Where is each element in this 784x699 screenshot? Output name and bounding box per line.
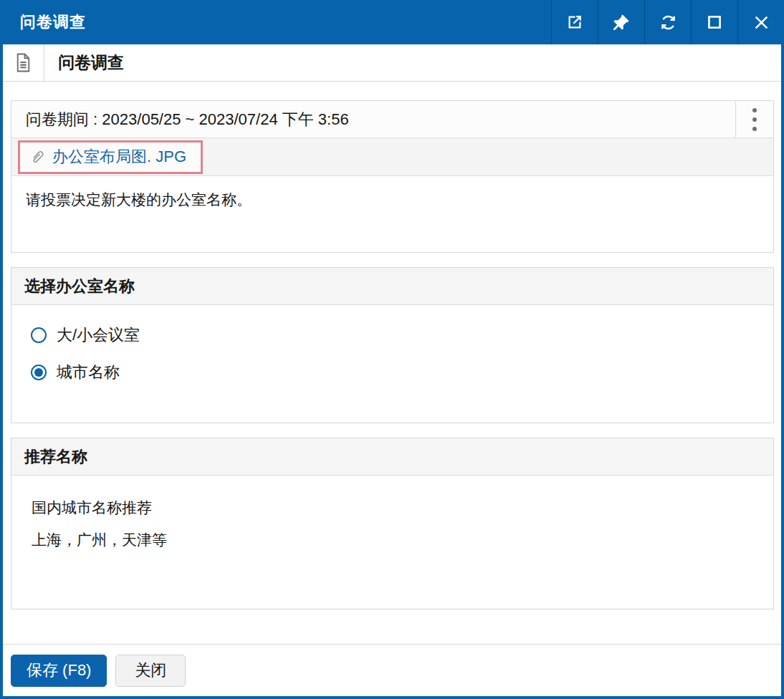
close-button[interactable] [737,0,784,44]
attachment-row: 办公室布局图. JPG [11,138,773,176]
document-icon [15,53,32,72]
document-icon-cell [3,44,44,81]
radio-icon[interactable] [31,327,47,343]
recommendation-section-title: 推荐名称 [11,438,773,476]
open-in-new-window-button[interactable] [551,0,598,44]
refresh-button[interactable] [644,0,691,44]
radio-option-label: 城市名称 [57,362,120,383]
recommendation-section: 推荐名称 国内城市名称推荐 上海，广州，天津等 [11,438,774,609]
pin-icon [612,13,631,32]
page-header: 问卷调查 [3,44,781,82]
page-title: 问卷调查 [58,52,124,74]
refresh-icon [659,13,678,32]
recommendation-line: 上海，广州，天津等 [32,524,773,556]
recommendation-line: 国内城市名称推荐 [32,491,773,524]
question-section-title: 选择办公室名称 [11,268,773,305]
question-section: 选择办公室名称 大/小会议室 城市名称 [11,267,774,423]
question-options: 大/小会议室 城市名称 [11,305,773,423]
pin-button[interactable] [598,0,644,44]
radio-option-city-names[interactable]: 城市名称 [31,362,120,383]
survey-period-text: 问卷期间 : 2023/05/25 ~ 2023/07/24 下午 3:56 [11,109,349,130]
attachment-link[interactable]: 办公室布局图. JPG [52,146,186,168]
vertical-dots-icon [752,108,757,112]
paperclip-icon [29,149,44,165]
external-link-icon [565,13,584,32]
footer-bar: 保存 (F8) 关闭 [3,644,781,696]
close-dialog-button[interactable]: 关闭 [115,655,186,687]
title-bar: 问卷调查 [0,0,784,44]
recommendation-body: 国内城市名称推荐 上海，广州，天津等 [11,476,773,609]
save-button[interactable]: 保存 (F8) [11,655,107,687]
close-icon [752,13,771,32]
survey-dialog-window: 问卷调查 [0,0,784,699]
radio-icon[interactable] [31,365,47,380]
radio-option-meeting-rooms[interactable]: 大/小会议室 [31,324,140,346]
more-options-button[interactable] [735,101,773,138]
window-title: 问卷调查 [20,11,86,33]
title-bar-actions [551,0,784,44]
survey-period-row: 问卷期间 : 2023/05/25 ~ 2023/07/24 下午 3:56 [11,101,773,138]
maximize-icon [705,13,724,32]
content-area: 问卷期间 : 2023/05/25 ~ 2023/07/24 下午 3:56 办… [3,82,781,644]
maximize-button[interactable] [691,0,737,44]
attachment-annotation-box: 办公室布局图. JPG [18,140,203,174]
survey-description: 请投票决定新大楼的办公室名称。 [11,176,773,252]
survey-info-panel: 问卷期间 : 2023/05/25 ~ 2023/07/24 下午 3:56 办… [11,100,774,253]
radio-option-label: 大/小会议室 [57,324,140,346]
